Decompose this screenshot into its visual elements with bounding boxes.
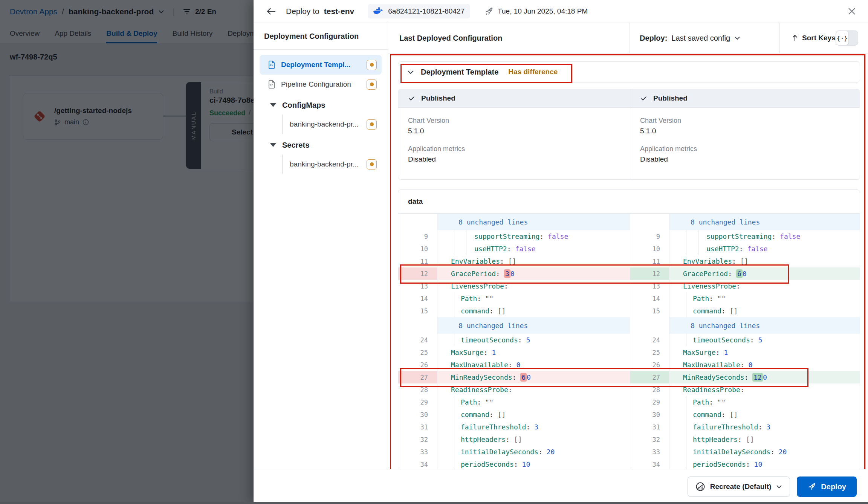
line-number: 29 <box>398 396 437 408</box>
diff-line: 33initialDelaySeconds: 20 <box>398 446 630 458</box>
diff-line: 12GracePeriod: 60 <box>630 267 860 280</box>
close-icon <box>848 7 856 15</box>
diff-collapsed-lines[interactable]: 8 unchanged lines <box>398 214 630 230</box>
deployment-template-section-header[interactable]: Deployment Template Has difference <box>398 61 860 82</box>
diff-line: 12GracePeriod: 30 <box>398 267 630 280</box>
window-bottom-edge <box>0 502 868 504</box>
diff-line: 11EnvVariables: [] <box>398 255 630 267</box>
sidebar-title: Deployment Configuration <box>254 23 388 50</box>
line-number: 28 <box>398 383 437 396</box>
diff-line: 29Path: "" <box>630 396 860 408</box>
configuration-panel: Last Deployed Configuration Deploy: Last… <box>388 23 868 469</box>
diff-line: 9supportStreaming: false <box>630 230 860 243</box>
diff-line: 24timeoutSeconds: 5 <box>398 334 630 346</box>
sidebar-item-deployment-template[interactable]: Deployment Templ... <box>260 55 382 75</box>
sidebar-item-label: Deployment Templ... <box>281 61 361 69</box>
sidebar-group-configmaps[interactable]: ConfigMaps <box>260 96 382 115</box>
modal-title: Deploy to test-env <box>286 7 354 16</box>
diff-line: 30command: [] <box>630 408 860 421</box>
line-number: 25 <box>398 346 437 359</box>
diff-line: 26MaxUnavailable: 0 <box>630 359 860 371</box>
has-difference-badge: Has difference <box>508 68 558 76</box>
line-number: 15 <box>630 305 669 317</box>
diff-line: 13LivenessProbe: <box>630 280 860 292</box>
diff-line: 10useHTTP2: false <box>630 243 860 255</box>
back-button[interactable] <box>265 6 278 17</box>
line-number: 25 <box>630 346 669 359</box>
diff-line: 28ReadinessProbe: <box>398 383 630 396</box>
sidebar-item-configmap-banking-backend[interactable]: banking-backend-pr... <box>283 115 382 134</box>
line-number: 11 <box>398 255 437 267</box>
line-number: 14 <box>630 292 669 305</box>
sidebar-item-pipeline-configuration[interactable]: Pipeline Configuration <box>260 75 382 94</box>
line-number: 13 <box>398 280 437 292</box>
diff-collapsed-lines[interactable]: 8 unchanged lines <box>630 317 860 334</box>
field-value: Disabled <box>640 155 860 163</box>
modified-indicator-badge <box>367 159 377 170</box>
arrow-up-icon <box>792 35 798 41</box>
deploy-button[interactable]: Deploy <box>797 477 857 497</box>
chevron-down-icon <box>776 485 782 489</box>
diff-line: 15command: [] <box>398 305 630 317</box>
diff-line: 26MaxUnavailable: 0 <box>398 359 630 371</box>
code-view-toggle[interactable]: {·} <box>836 31 858 46</box>
diff-pane-old: 8 unchanged lines9supportStreaming: fals… <box>398 214 630 469</box>
line-number: 12 <box>630 267 669 280</box>
diff-collapsed-lines[interactable]: 8 unchanged lines <box>630 214 860 230</box>
diff-line: 13LivenessProbe: <box>398 280 630 292</box>
sidebar-group-label: ConfigMaps <box>282 101 325 110</box>
sidebar-item-label: Pipeline Configuration <box>281 80 361 89</box>
line-number: 32 <box>630 433 669 446</box>
modal-header: Deploy to test-env 6a824121-10821-80427 … <box>254 0 868 23</box>
diff-line: 34periodSeconds: 10 <box>630 458 860 469</box>
deployed-at: Tue, 10 Jun 2025, 04:18 PM <box>484 7 588 16</box>
modified-indicator-badge <box>367 79 377 90</box>
panel-header: Last Deployed Configuration Deploy: Last… <box>388 23 868 53</box>
panel-title: Last Deployed Configuration <box>388 23 630 53</box>
line-number: 31 <box>398 421 437 433</box>
caret-down-icon <box>270 103 276 107</box>
diff-line: 25MaxSurge: 1 <box>398 346 630 359</box>
line-number: 30 <box>630 408 669 421</box>
line-number: 9 <box>398 230 437 243</box>
deploy-modal: Deploy to test-env 6a824121-10821-80427 … <box>254 0 868 504</box>
diff-line: 9supportStreaming: false <box>398 230 630 243</box>
docker-icon <box>373 7 384 15</box>
sidebar-item-secret-banking-backend[interactable]: banking-backend-pr... <box>283 154 382 174</box>
deploy-config-value: Last saved config <box>671 34 730 43</box>
caret-down-icon <box>270 143 276 147</box>
data-diff-card: data 8 unchanged lines9supportStreaming:… <box>398 189 860 469</box>
arrow-left-icon <box>266 7 276 15</box>
close-button[interactable] <box>846 6 857 17</box>
line-number: 24 <box>398 334 437 346</box>
published-comparison-card: Published Chart Version 5.1.0 Applicatio… <box>398 89 860 180</box>
line-number: 34 <box>398 458 437 469</box>
diff-line: 11EnvVariables: [] <box>630 255 860 267</box>
diff-line: 15command: [] <box>630 305 860 317</box>
line-number: 30 <box>398 408 437 421</box>
code-braces-icon: {·} <box>836 31 848 45</box>
line-number: 28 <box>630 383 669 396</box>
line-number: 26 <box>630 359 669 371</box>
line-number: 27 <box>630 371 669 383</box>
line-number: 33 <box>630 446 669 458</box>
sort-keys-button[interactable]: Sort Keys <box>792 34 836 42</box>
sidebar-group-secrets[interactable]: Secrets <box>260 136 382 154</box>
deploy-config-dropdown[interactable]: Deploy: Last saved config <box>630 23 780 53</box>
diff-pane-new: 8 unchanged lines9supportStreaming: fals… <box>630 214 860 469</box>
sidebar-item-label: banking-backend-pr... <box>290 160 361 168</box>
line-number <box>630 214 669 230</box>
deployment-strategy-button[interactable]: Recreate (Default) <box>688 477 790 497</box>
diff-line: 29Path: "" <box>398 396 630 408</box>
line-number <box>398 317 437 334</box>
diff-collapsed-lines[interactable]: 8 unchanged lines <box>398 317 630 334</box>
field-value: 5.1.0 <box>408 127 630 135</box>
field-value: 5.1.0 <box>640 127 860 135</box>
diff-line: 30command: [] <box>398 408 630 421</box>
line-number <box>398 214 437 230</box>
line-number: 34 <box>630 458 669 469</box>
file-code-icon <box>268 80 275 89</box>
chevron-down-icon <box>407 70 414 74</box>
field-label: Application metrics <box>408 145 630 153</box>
line-number: 32 <box>398 433 437 446</box>
